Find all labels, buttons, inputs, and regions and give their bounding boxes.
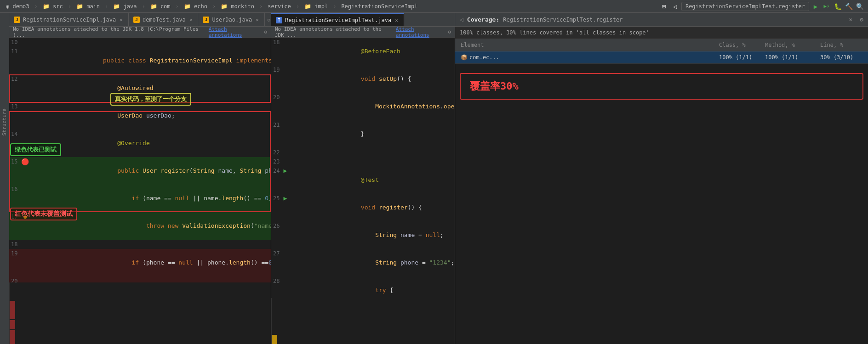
code-area-right[interactable]: 18 @BeforeEach 19 void setUp() { [271,38,455,298]
back-icon[interactable]: ◁ [670,2,680,11]
coverage-line-pct: 30% (3/10) [818,53,864,62]
coverage-percentage-annotation: 覆盖率30% [460,73,863,100]
run-config-selector[interactable]: RegistrationServiceImplTest.register [681,2,809,11]
breadcrumb-src[interactable]: 📁 src [40,2,65,11]
java-file-icon-2: J [133,17,140,23]
code-line-15: 15 🔴 public User register(String name, S… [9,157,271,185]
editor-pane-left: J RegistrationServiceImpl.java ✕ J demoT… [9,13,271,344]
tab-registration-service-impl[interactable]: J RegistrationServiceImpl.java ✕ [9,13,129,26]
test-line-22: 22 [271,148,455,157]
breadcrumb-mockito[interactable]: 📁 mockito [218,2,257,11]
notification-bar-right: No IDEA annotations attached to the JDK … [271,27,455,38]
tab-close-demo-test[interactable]: ✕ [188,17,194,23]
code-line-16: 16 if (name == null || name.length() == … [9,185,271,212]
notification-text-left: No IDEA annotations attached to the JDK … [13,26,206,38]
test-file-icon: T [276,17,282,23]
run-controls: ⊞ ◁ RegistrationServiceImplTest.register… [659,2,864,11]
coverage-settings-icon[interactable]: ⚙ [860,16,863,23]
coverage-close-button[interactable]: ✕ [849,16,852,23]
layout-icon[interactable]: ⊞ [659,2,668,11]
code-line-17: 17 ● throw new ValidationException("name… [9,212,271,240]
breadcrumb-class[interactable]: RegistrationServiceImpl [339,2,420,11]
top-toolbar: ◉ demo3 › 📁 src › 📁 main › 📁 java › 📁 co… [0,0,868,13]
tab-close-reg-service[interactable]: ✕ [119,17,124,23]
search-icon[interactable]: 🔍 [855,2,864,11]
tab-bar-left: J RegistrationServiceImpl.java ✕ J demoT… [9,13,271,27]
test-line-26: 26 String name = null; [271,221,455,249]
coverage-nav-back[interactable]: ◁ [460,16,463,23]
test-line-19: 19 void setUp() { [271,65,455,93]
coverage-stats: 100% classes, 30% lines covered in 'all … [455,27,868,39]
editor-wrapper-right: 18 @BeforeEach 19 void setUp() { [271,38,455,344]
coverage-element-text: com.ec... [469,54,499,61]
coverage-panel: ◁ Coverage: RegistrationServiceImplTest.… [455,13,868,344]
tab-user-dao[interactable]: J UserDao.java ✕ [198,13,264,26]
code-line-10: 10 [9,38,271,47]
code-table-right: 18 @BeforeEach 19 void setUp() { [271,38,455,298]
code-table-left: 10 11 public class RegistrationServiceIm… [9,38,271,282]
tab-bar-right: T RegistrationServiceImplTest.java ✕ [271,13,455,27]
editor-pane-right: T RegistrationServiceImplTest.java ✕ No … [271,13,455,344]
run-button[interactable]: ▶ [811,2,820,11]
notification-bar-left: No IDEA annotations attached to the JDK … [9,27,271,38]
test-line-24: 24 ▶ @Test [271,166,455,194]
breadcrumb-impl[interactable]: 📁 impl [302,2,330,11]
package-icon: 📦 [461,54,468,61]
coverage-method-pct: 100% (1/1) [763,53,818,62]
coverage-percentage-text: 覆盖率30% [470,80,519,92]
coverage-table-row-0[interactable]: 📦 com.ec... 100% (1/1) 100% (1/1) 30% (3… [455,51,868,64]
coverage-run-button[interactable]: ▶⚡ [822,2,831,11]
gear-icon-left[interactable]: ⚙ [264,29,267,35]
debug-button[interactable]: 🐛 [833,2,842,11]
tab-label-reg-service: RegistrationServiceImpl.java [23,17,116,23]
coverage-run-name: RegistrationServiceImplTest.register [503,17,622,23]
coverage-table-header: Element Class, % Method, % Line, % [455,39,868,51]
code-line-14: 14 @Override [9,130,271,157]
project-demo3[interactable]: ◉ demo3 [4,2,32,11]
build-button[interactable]: 🔨 [844,2,853,11]
line-content-10 [29,38,271,47]
test-line-25: 25 ▶ void register() { [271,194,455,221]
tab-close-test[interactable]: ✕ [394,17,399,23]
minimap-left [9,282,16,344]
breadcrumb-com[interactable]: 📁 com [148,2,173,11]
test-line-28: 28 try { [271,276,455,298]
code-line-11: 11 public class RegistrationServiceImpl … [9,47,271,74]
coverage-col-line: Line, % [818,41,864,49]
breadcrumb-service[interactable]: service [265,2,293,11]
java-file-icon-3: J [203,17,209,23]
tab-close-user-dao[interactable]: ✕ [255,17,260,23]
tab-registration-service-impl-test[interactable]: T RegistrationServiceImplTest.java ✕ [271,13,404,26]
gear-icon-right[interactable]: ⚙ [448,29,451,35]
coverage-col-method: Method, % [763,41,818,49]
test-line-18: 18 @BeforeEach [271,38,455,65]
tab-demo-test[interactable]: J demoTest.java ✕ [129,13,199,26]
coverage-title: Coverage: [467,16,499,23]
coverage-element-name: 📦 com.ec... [459,53,717,62]
code-area-left[interactable]: 真实代码，至测了一个分支 绿色代表已测试 红色代表未覆盖测试 10 11 [9,38,271,282]
test-line-23: 23 [271,157,455,166]
tab-label-demo-test: demoTest.java [143,17,186,23]
structure-label: Structure [0,105,8,140]
tab-more-indicator[interactable]: ⊕5 [265,13,271,26]
attach-annotations-link-right[interactable]: Attach annotations [396,26,445,38]
tab-label-user-dao: UserDao.java [212,17,252,23]
coverage-class-pct: 100% (1/1) [717,53,763,62]
coverage-stats-text: 100% classes, 30% lines covered in 'all … [460,29,649,36]
test-line-21: 21 } [271,120,455,148]
coverage-col-class: Class, % [717,41,763,49]
code-line-13: 13 UserDao userDao; [9,102,271,130]
test-line-27: 27 String phone = "1234"; [271,249,455,276]
breadcrumb-main[interactable]: 📁 main [74,2,102,11]
editor-wrapper-left: 真实代码，至测了一个分支 绿色代表已测试 红色代表未覆盖测试 10 11 [9,38,271,344]
attach-annotations-link-left[interactable]: Attach annotations [209,26,262,38]
main-area: Structure J RegistrationServiceImpl.java… [0,13,868,344]
structure-panel: Structure [0,13,9,344]
test-line-20: 20 MockitoAnnotations.openMocks( tes... [271,93,455,120]
coverage-header: ◁ Coverage: RegistrationServiceImplTest.… [455,13,868,27]
notification-text-right: No IDEA annotations attached to the JDK … [275,26,393,38]
code-line-12: 12 @Autowired [9,74,271,102]
breadcrumb-java[interactable]: 📁 java [111,2,139,11]
code-line-20: 20 throw new ValidationException("phone … [9,276,271,282]
breadcrumb-echo[interactable]: 📁 echo [182,2,210,11]
